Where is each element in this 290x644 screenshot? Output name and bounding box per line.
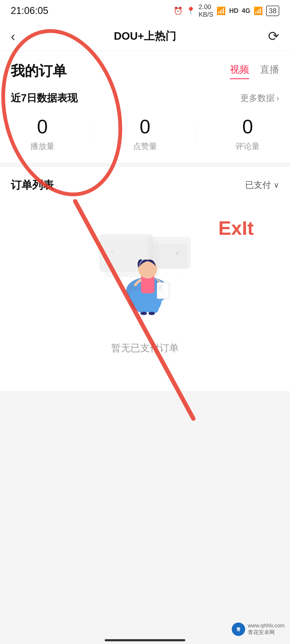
battery-level: 38 [266,6,279,16]
orders-title: 我的订单 [11,62,67,80]
order-list-header: 订单列表 已支付 ∨ [0,167,290,203]
stats-title: 近7日数据表现 [11,91,78,105]
empty-state: ✦ ✦ ✧ 暂无已支付订单 [0,203,290,391]
page-title: DOU+上热门 [114,29,176,43]
empty-message: 暂无已支付订单 [111,342,179,355]
plays-value: 0 [37,116,48,138]
stats-card: 近7日数据表现 更多数据 › 0 播放量 0 点赞量 0 评论量 [0,80,290,163]
comments-value: 0 [242,116,253,138]
watermark-label: 青花安卓网 [248,629,285,636]
back-button[interactable]: ‹ [11,28,30,44]
alarm-icon: ⏰ [173,6,183,15]
wifi-icon: 📶 [216,6,226,15]
tab-live[interactable]: 直播 [260,63,279,79]
svg-point-13 [148,312,155,315]
stat-plays: 0 播放量 [30,116,55,152]
svg-point-12 [140,312,147,315]
order-filter-button[interactable]: 已支付 ∨ [245,179,279,191]
home-indicator [105,639,185,641]
more-data-label: 更多数据 [240,92,275,104]
plays-label: 播放量 [30,141,55,152]
main-content: 我的订单 视频 直播 近7日数据表现 更多数据 › 0 播放量 0 点赞量 [0,51,290,391]
svg-rect-9 [158,285,162,286]
refresh-button[interactable]: ⟳ [260,28,279,44]
more-data-button[interactable]: 更多数据 › [240,92,279,104]
order-list-title: 订单列表 [11,178,54,192]
likes-label: 点赞量 [133,141,157,152]
orders-header: 我的订单 视频 直播 [0,51,290,80]
svg-text:✦: ✦ [175,250,180,257]
stat-divider-2 [196,123,197,145]
watermark: 青 www.qhhlv.com 青花安卓网 [232,623,285,636]
more-chevron-icon: › [276,93,279,103]
svg-rect-10 [158,287,162,288]
tab-video[interactable]: 视频 [230,63,249,79]
svg-text:✦: ✦ [110,249,114,254]
svg-rect-11 [158,290,162,290]
stats-header: 近7日数据表现 更多数据 › [11,91,279,105]
empty-illustration: ✦ ✦ ✧ [94,229,196,331]
filter-chevron-icon: ∨ [274,181,279,189]
signal-icon: 📶 [253,6,263,15]
comments-label: 评论量 [235,141,260,152]
empty-state-svg: ✦ ✦ ✧ [94,229,196,331]
status-time: 21:06:05 [11,5,48,16]
filter-label: 已支付 [245,179,271,191]
tab-group: 视频 直播 [230,63,279,79]
stat-comments: 0 评论量 [235,116,260,152]
svg-text:青: 青 [236,627,241,632]
status-bar: 21:06:05 ⏰ 📍 2.00KB/S 📶 HD 4G 📶 38 [0,0,290,21]
nav-bar: ‹ DOU+上热门 ⟳ [0,21,290,51]
speed-label: 2.00KB/S [199,3,213,18]
4g-icon: 4G [242,7,250,14]
watermark-logo: 青 [232,623,245,636]
stat-likes: 0 点赞量 [133,116,157,152]
status-icons: ⏰ 📍 2.00KB/S 📶 HD 4G 📶 38 [173,3,279,18]
likes-value: 0 [140,116,150,138]
hd-icon: HD [229,7,238,14]
location-icon: 📍 [186,6,195,15]
stats-row: 0 播放量 0 点赞量 0 评论量 [11,116,279,152]
watermark-info: www.qhhlv.com 青花安卓网 [248,623,285,636]
watermark-site: www.qhhlv.com [248,623,285,629]
stat-divider-1 [93,123,94,145]
svg-text:✧: ✧ [180,274,183,278]
svg-rect-3 [150,244,188,268]
